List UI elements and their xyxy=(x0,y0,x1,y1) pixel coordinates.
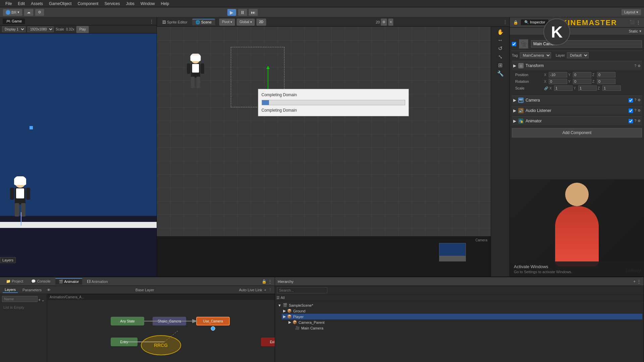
transform-info-btn[interactable]: ? xyxy=(634,64,636,68)
auto-live-link-btn[interactable]: + xyxy=(264,288,266,292)
name-search-input[interactable] xyxy=(2,296,38,302)
rot-y-input[interactable] xyxy=(573,79,591,84)
tool-btn-3[interactable]: ↺ xyxy=(498,45,502,52)
scale-y-input[interactable] xyxy=(578,85,597,91)
scene-settings-btn[interactable]: ⚙ xyxy=(381,18,387,26)
br-button[interactable]: BR ▾ xyxy=(3,9,22,16)
camera-info-btn[interactable]: ? xyxy=(634,98,636,103)
animator-enabled[interactable] xyxy=(629,119,633,123)
rot-x-input[interactable] xyxy=(549,79,567,84)
shake-camera-node[interactable]: Shake_Camera xyxy=(153,317,186,325)
static-dropdown-icon[interactable]: ▾ xyxy=(639,29,641,34)
hierarchy-item-main-camera[interactable]: 🎥 Main Camera xyxy=(292,325,642,331)
menu-gameobject[interactable]: GameObject xyxy=(46,1,74,7)
scene-layers-btn[interactable]: ≡ xyxy=(388,18,393,26)
hierarchy-item-camera-parent[interactable]: ▶ 📦 Camera_Parent xyxy=(287,319,642,325)
animator-header[interactable]: ▶ 🎭 Animator ? ⚙ xyxy=(512,117,642,125)
scale-xyz: 🔗 X Y Z xyxy=(544,85,639,91)
audio-listener-header[interactable]: ▶ 🔊 Audio Listener ? ⚙ xyxy=(512,106,642,115)
pause-button[interactable]: ⏸ xyxy=(238,9,247,16)
console-tab[interactable]: 💬 Console xyxy=(28,279,54,284)
2d-button[interactable]: 2D xyxy=(256,18,267,26)
menu-jobs[interactable]: Jobs xyxy=(123,1,137,7)
transform-settings-btn[interactable]: ⚙ xyxy=(638,64,641,68)
play-mode-button[interactable]: Play xyxy=(76,26,89,33)
add-component-button[interactable]: Add Component xyxy=(512,128,642,137)
game-tab[interactable]: 🎮 Game xyxy=(3,18,25,24)
obj-active-checkbox[interactable] xyxy=(512,42,516,46)
animator-settings-btn[interactable]: ⚙ xyxy=(638,119,641,123)
layers-label[interactable]: Layers xyxy=(0,257,16,263)
camera-header[interactable]: ▶ 📷 Camera ? ⚙ xyxy=(512,96,642,105)
any-state-node[interactable]: Any State xyxy=(111,317,144,325)
project-tab[interactable]: 📁 Project xyxy=(3,279,26,284)
menu-assets[interactable]: Assets xyxy=(28,1,46,7)
inspector-menu-btn[interactable]: ⋮ xyxy=(636,20,641,25)
animator-menu-btn[interactable]: ⋮ xyxy=(268,279,272,284)
layer-select[interactable]: Default xyxy=(567,52,589,58)
pos-x-input[interactable] xyxy=(549,72,567,77)
entry-node[interactable]: Entry xyxy=(111,338,138,346)
tool-btn-5[interactable]: ⊞ xyxy=(498,62,502,68)
tool-btn-6[interactable]: 🔧 xyxy=(497,70,504,77)
transform-header[interactable]: ▶ ⊹ Transform ? ⚙ xyxy=(512,61,642,70)
tool-btn-2[interactable]: ↔ xyxy=(498,37,503,43)
hierarchy-menu-btn[interactable]: ⋮ xyxy=(637,279,641,284)
svg-rect-13 xyxy=(192,64,199,73)
parameters-tab[interactable]: Parameters xyxy=(20,287,44,293)
scale-x-input[interactable] xyxy=(554,85,573,91)
display-select[interactable]: Display 1 xyxy=(2,26,25,32)
rot-z-input[interactable] xyxy=(597,79,615,84)
animation-tab[interactable]: 🎞 Animation xyxy=(84,279,111,284)
exit-node[interactable]: Exit xyxy=(261,338,275,346)
use-camera-node[interactable]: Use_Camera xyxy=(196,317,230,325)
audio-settings-btn[interactable]: ⚙ xyxy=(638,109,641,113)
game-panel-menu[interactable]: ⋮ xyxy=(149,19,154,24)
hierarchy-item-player[interactable]: ▶ 📦 Player xyxy=(282,314,642,319)
audio-info-btn[interactable]: ? xyxy=(634,109,636,113)
global-button[interactable]: Global ▾ xyxy=(236,18,255,26)
menu-help[interactable]: Help xyxy=(158,1,172,7)
tag-select[interactable]: MainCamera xyxy=(520,52,551,58)
menu-edit[interactable]: Edit xyxy=(15,1,28,7)
hierarchy-item-ground[interactable]: ▶ 📦 Ground xyxy=(282,308,642,314)
pos-z-field: Z xyxy=(592,72,615,77)
audio-enabled[interactable] xyxy=(629,109,633,113)
layout-button[interactable]: Layout ▾ xyxy=(621,9,641,15)
scale-z-input[interactable] xyxy=(602,85,621,91)
step-button[interactable]: ⏭ xyxy=(249,9,258,16)
layers-tab[interactable]: Layers xyxy=(3,287,18,293)
inspector-debug-btn[interactable]: ⬛ xyxy=(630,20,635,25)
menu-window[interactable]: Window xyxy=(138,1,158,7)
resolution-select[interactable]: 644x362 xyxy=(28,26,54,32)
tool-btn-1[interactable]: ✋ xyxy=(497,29,504,35)
hierarchy-search-input[interactable] xyxy=(277,287,327,293)
inspector-tab[interactable]: 🔍 Inspector xyxy=(521,19,548,25)
add-param-btn[interactable]: + xyxy=(38,298,41,302)
hierarchy-add-btn[interactable]: + xyxy=(633,279,636,284)
tool-btn-4[interactable]: ⤡ xyxy=(498,54,502,60)
settings-button[interactable]: ⚙ xyxy=(35,9,44,16)
hierarchy-item-samplescene[interactable]: ▼ 🎬 SampleScene* xyxy=(276,302,642,308)
menu-file[interactable]: File xyxy=(3,1,14,7)
cloud-button[interactable]: ☁ xyxy=(24,9,34,16)
animator-eye-btn[interactable]: 👁 xyxy=(47,288,51,292)
scene-tab[interactable]: 🌐 Scene xyxy=(192,19,215,25)
menu-component[interactable]: Component xyxy=(75,1,101,7)
animator-tab[interactable]: 🎬 Animator xyxy=(55,278,82,285)
camera-settings-btn[interactable]: ⚙ xyxy=(638,98,641,103)
scale-row: Scale 🔗 X Y xyxy=(515,85,639,91)
play-button[interactable]: ▶ xyxy=(227,9,236,16)
inspector-lock-icon[interactable]: 🔒 xyxy=(513,20,518,25)
animator-lock-btn[interactable]: 🔒 xyxy=(262,279,267,284)
pos-z-input[interactable] xyxy=(597,72,615,77)
pos-y-input[interactable] xyxy=(573,72,591,77)
auto-live-link-menu[interactable]: ⋮ xyxy=(268,288,272,292)
sprite-editor-tab[interactable]: 🖼 Sprite Editor xyxy=(159,19,191,25)
sort-param-btn[interactable]: ⌄ xyxy=(41,298,45,302)
scene-panel-menu[interactable]: ⋮ xyxy=(503,19,507,25)
camera-enabled[interactable] xyxy=(629,98,633,103)
pivot-button[interactable]: Pivot ▾ xyxy=(219,18,235,26)
menu-services[interactable]: Services xyxy=(102,1,122,7)
animator-info-btn[interactable]: ? xyxy=(634,119,636,123)
